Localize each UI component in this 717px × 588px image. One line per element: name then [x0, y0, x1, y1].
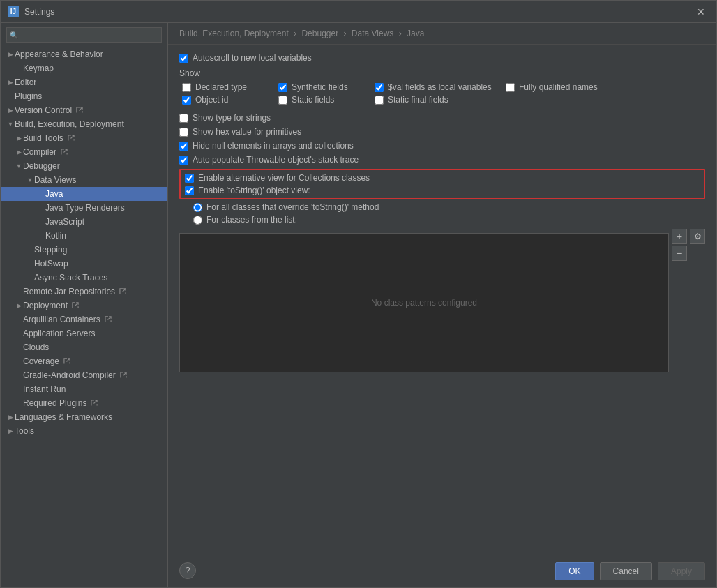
val-fields-label[interactable]: $val fields as local variables — [388, 82, 492, 92]
enable-tostring-label[interactable]: Enable 'toString()' object view: — [198, 186, 310, 195]
sidebar-item-languages-frameworks[interactable]: ▶ Languages & Frameworks — [1, 410, 167, 424]
sidebar-item-label: Editor — [15, 77, 36, 87]
sidebar-item-plugins[interactable]: Plugins — [1, 89, 167, 103]
static-fields-checkbox[interactable] — [278, 96, 287, 105]
expand-icon — [15, 344, 23, 351]
sidebar-item-label: Remote Jar Repositories — [23, 287, 115, 296]
enable-tostring-checkbox[interactable] — [185, 186, 194, 195]
remove-pattern-button[interactable]: − — [672, 246, 687, 261]
sidebar-item-editor[interactable]: ▶ Editor — [1, 75, 167, 89]
object-id-checkbox[interactable] — [182, 96, 191, 105]
sidebar-item-label: Application Servers — [23, 329, 95, 338]
search-input[interactable] — [6, 27, 162, 43]
hide-null-label[interactable]: Hide null elements in arrays and collect… — [193, 141, 354, 151]
search-wrapper — [6, 27, 162, 43]
show-hex-checkbox[interactable] — [179, 128, 188, 137]
sidebar-item-version-control[interactable]: ▶ Version Control — [1, 103, 167, 117]
sidebar-item-gradle-android[interactable]: Gradle-Android Compiler — [1, 368, 167, 382]
sidebar-item-application-servers[interactable]: Application Servers — [1, 326, 167, 340]
show-type-strings-row: Show type for strings — [179, 113, 705, 123]
radio-list-label[interactable]: For classes from the list: — [206, 215, 297, 225]
gear-button[interactable]: ⚙ — [690, 229, 705, 244]
expand-icon — [26, 246, 34, 253]
add-pattern-button[interactable]: + — [672, 229, 687, 244]
fully-qualified-label[interactable]: Fully qualified names — [519, 82, 598, 92]
val-fields-checkbox[interactable] — [375, 83, 384, 92]
cancel-button[interactable]: Cancel — [600, 562, 652, 580]
settings-window: IJ Settings ✕ ▶ Appearance & Behavior — [0, 0, 717, 588]
sidebar-item-java[interactable]: Java — [1, 187, 167, 201]
expand-icon — [37, 204, 45, 211]
link-icon — [70, 301, 80, 310]
sidebar-item-keymap[interactable]: Keymap — [1, 61, 167, 75]
sidebar-item-tools[interactable]: ▶ Tools — [1, 424, 167, 438]
expand-icon — [37, 232, 45, 239]
radio-all-row: For all classes that override 'toString(… — [179, 202, 705, 212]
object-id-label[interactable]: Object id — [195, 95, 228, 105]
sidebar-item-instant-run[interactable]: Instant Run — [1, 382, 167, 396]
link-icon — [59, 147, 69, 157]
sidebar-item-deployment[interactable]: ▶ Deployment — [1, 299, 167, 312]
expand-icon — [26, 260, 34, 267]
breadcrumb: Build, Execution, Deployment › Debugger … — [168, 23, 716, 45]
auto-populate-label[interactable]: Auto populate Throwable object's stack t… — [193, 155, 358, 165]
autoscroll-label[interactable]: Autoscroll to new local variables — [193, 53, 312, 63]
sidebar-item-kotlin[interactable]: Kotlin — [1, 229, 167, 243]
sidebar-item-clouds[interactable]: Clouds — [1, 340, 167, 354]
sidebar-item-stepping[interactable]: Stepping — [1, 243, 167, 257]
radio-all-label[interactable]: For all classes that override 'toString(… — [206, 202, 379, 212]
sidebar-item-build-execution[interactable]: ▼ Build, Execution, Deployment — [1, 117, 167, 131]
hide-null-checkbox[interactable] — [179, 142, 188, 151]
breadcrumb-part-3: Data Views — [352, 29, 393, 38]
sidebar-item-label: Appearance & Behavior — [15, 50, 103, 59]
sidebar: ▶ Appearance & Behavior Keymap ▶ Editor … — [1, 23, 168, 587]
ok-button[interactable]: OK — [555, 562, 594, 580]
synthetic-fields-checkbox[interactable] — [278, 83, 287, 92]
sidebar-item-debugger[interactable]: ▼ Debugger — [1, 159, 167, 173]
show-type-strings-checkbox[interactable] — [179, 114, 188, 123]
declared-type-label[interactable]: Declared type — [195, 82, 247, 92]
enable-alternative-checkbox[interactable] — [185, 174, 194, 183]
sidebar-item-java-type-renderers[interactable]: Java Type Renderers — [1, 201, 167, 215]
show-type-strings-label[interactable]: Show type for strings — [193, 113, 271, 123]
breadcrumb-sep-3: › — [399, 29, 404, 38]
close-button[interactable]: ✕ — [693, 5, 709, 19]
breadcrumb-sep-1: › — [294, 29, 299, 38]
sidebar-item-hotswap[interactable]: HotSwap — [1, 257, 167, 271]
show-hex-label[interactable]: Show hex value for primitives — [193, 127, 301, 137]
sidebar-item-arquillian[interactable]: Arquillian Containers — [1, 312, 167, 326]
radio-list[interactable] — [193, 216, 202, 225]
autoscroll-checkbox[interactable] — [179, 54, 188, 63]
static-final-fields-label[interactable]: Static final fields — [388, 95, 448, 105]
sidebar-item-label: Data Views — [34, 175, 76, 185]
expand-icon: ▶ — [6, 428, 15, 435]
enable-alternative-label[interactable]: Enable alternative view for Collections … — [198, 173, 370, 183]
sidebar-item-remote-jar[interactable]: Remote Jar Repositories — [1, 285, 167, 299]
synthetic-fields-label[interactable]: Synthetic fields — [292, 82, 348, 92]
declared-type-checkbox[interactable] — [182, 83, 191, 92]
sidebar-item-data-views[interactable]: ▼ Data Views — [1, 173, 167, 187]
static-fields-label[interactable]: Static fields — [292, 95, 334, 105]
breadcrumb-part-1: Build, Execution, Deployment — [179, 29, 289, 38]
sidebar-item-coverage[interactable]: Coverage — [1, 354, 167, 368]
sidebar-item-label: Java Type Renderers — [45, 203, 125, 213]
apply-button[interactable]: Apply — [658, 562, 705, 580]
hide-null-row: Hide null elements in arrays and collect… — [179, 141, 705, 151]
radio-all[interactable] — [193, 203, 202, 212]
static-fields-row: Static fields — [278, 95, 369, 105]
sidebar-item-async-stack-traces[interactable]: Async Stack Traces — [1, 271, 167, 285]
sidebar-item-javascript[interactable]: JavaScript — [1, 215, 167, 229]
settings-content: Autoscroll to new local variables Show D… — [168, 45, 716, 555]
help-button[interactable]: ? — [179, 562, 196, 579]
sidebar-item-label: Stepping — [34, 245, 67, 255]
sidebar-item-compiler[interactable]: ▶ Compiler — [1, 145, 167, 159]
enable-tostring-row: Enable 'toString()' object view: — [185, 186, 700, 195]
sidebar-item-label: Plugins — [15, 91, 42, 101]
static-final-fields-checkbox[interactable] — [375, 96, 384, 105]
sidebar-item-required-plugins[interactable]: Required Plugins — [1, 396, 167, 410]
sidebar-item-appearance-behavior[interactable]: ▶ Appearance & Behavior — [1, 47, 167, 61]
fully-qualified-checkbox[interactable] — [506, 83, 515, 92]
sidebar-item-label: Build Tools — [23, 133, 63, 143]
auto-populate-checkbox[interactable] — [179, 156, 188, 165]
sidebar-item-build-tools[interactable]: ▶ Build Tools — [1, 131, 167, 145]
